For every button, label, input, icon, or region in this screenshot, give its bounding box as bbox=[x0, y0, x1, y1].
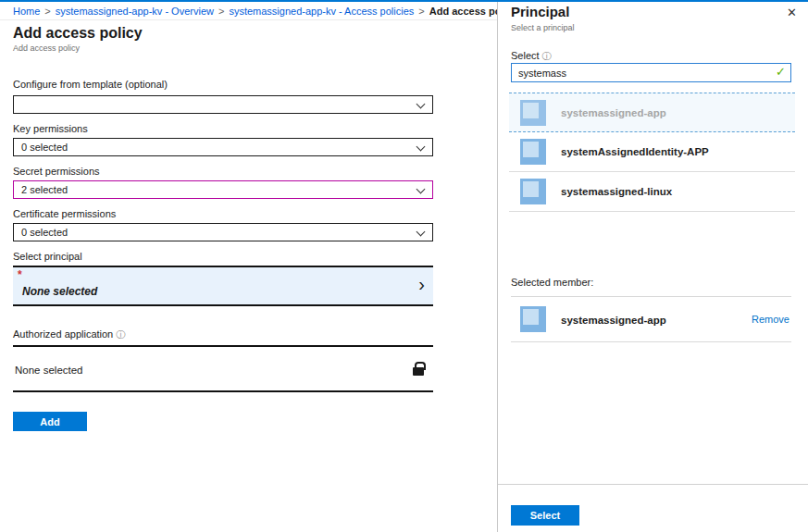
page-subtitle: Add access policy bbox=[13, 43, 80, 53]
page: Home > systemassigned-app-kv - Overview … bbox=[0, 0, 808, 532]
select-field-label: Selectⓘ bbox=[511, 50, 552, 63]
certificate-permissions-value: 0 selected bbox=[21, 227, 68, 238]
check-icon: ✓ bbox=[776, 65, 786, 79]
authorized-application-picker[interactable]: None selected bbox=[13, 345, 433, 392]
required-marker: * bbox=[18, 268, 22, 281]
panel-subtitle: Select a principal bbox=[511, 23, 575, 32]
principal-search-input[interactable] bbox=[511, 63, 791, 82]
principal-avatar-icon bbox=[520, 100, 546, 126]
certificate-permissions-label: Certificate permissions bbox=[13, 208, 116, 219]
close-button[interactable]: ✕ bbox=[785, 5, 799, 20]
secret-permissions-dropdown[interactable]: 2 selected bbox=[13, 180, 433, 199]
panel-title: Principal bbox=[511, 4, 569, 19]
select-principal-value: None selected bbox=[22, 285, 97, 298]
principal-avatar-icon bbox=[520, 306, 546, 332]
select-field-label-text: Select bbox=[511, 50, 540, 61]
chevron-down-icon bbox=[416, 142, 426, 152]
lock-icon bbox=[413, 367, 424, 376]
breadcrumb-link-home[interactable]: Home bbox=[13, 6, 40, 17]
key-permissions-dropdown[interactable]: 0 selected bbox=[13, 138, 433, 156]
selected-member-row: systemassigned-app Remove bbox=[511, 296, 791, 342]
result-item-systemassignedidentity-app[interactable]: systemAssignedIdentity-APP bbox=[509, 132, 795, 172]
principal-avatar-icon bbox=[520, 139, 546, 165]
breadcrumb-separator: > bbox=[418, 6, 424, 17]
add-button[interactable]: Add bbox=[13, 412, 87, 431]
chevron-down-icon bbox=[416, 185, 426, 194]
breadcrumb-current: Add access policy bbox=[429, 6, 497, 17]
remove-member-link[interactable]: Remove bbox=[752, 314, 789, 325]
select-principal-picker[interactable]: * None selected › bbox=[13, 266, 433, 306]
authorized-application-label: Authorized applicationⓘ bbox=[13, 328, 125, 341]
top-accent-bar bbox=[0, 0, 808, 2]
secret-permissions-label: Secret permissions bbox=[13, 166, 100, 177]
key-permissions-value: 0 selected bbox=[21, 142, 68, 153]
info-icon: ⓘ bbox=[542, 51, 552, 61]
secret-permissions-value: 2 selected bbox=[21, 184, 68, 195]
result-item-name: systemAssignedIdentity-APP bbox=[561, 132, 709, 172]
result-item-systemassigned-linux[interactable]: systemassigned-linux bbox=[509, 172, 795, 212]
authorized-application-label-text: Authorized application bbox=[13, 328, 113, 340]
principal-results-list: systemassigned-app systemAssignedIdentit… bbox=[498, 93, 808, 212]
template-field-label: Configure from template (optional) bbox=[13, 79, 168, 90]
key-permissions-label: Key permissions bbox=[13, 123, 88, 134]
selected-member-label: Selected member: bbox=[511, 277, 593, 288]
result-item-systemassigned-app[interactable]: systemassigned-app bbox=[509, 93, 795, 132]
add-access-policy-form: Add access policy Add access policy Conf… bbox=[0, 20, 497, 532]
result-item-name: systemassigned-app bbox=[561, 93, 666, 133]
breadcrumb-separator: > bbox=[44, 6, 50, 17]
select-button[interactable]: Select bbox=[511, 505, 579, 526]
close-icon: ✕ bbox=[787, 6, 797, 19]
authorized-application-value: None selected bbox=[15, 365, 83, 376]
principal-avatar-icon bbox=[520, 179, 546, 204]
chevron-down-icon bbox=[416, 100, 426, 109]
page-title: Add access policy bbox=[13, 25, 143, 42]
panel-footer-divider bbox=[498, 484, 808, 485]
selected-member-name: systemassigned-app bbox=[561, 297, 666, 343]
principal-search: ✓ bbox=[511, 63, 791, 82]
certificate-permissions-dropdown[interactable]: 0 selected bbox=[13, 223, 433, 241]
chevron-right-icon: › bbox=[418, 274, 425, 295]
template-dropdown[interactable] bbox=[13, 95, 433, 114]
info-icon: ⓘ bbox=[116, 329, 125, 340]
breadcrumb-link-overview[interactable]: systemassigned-app-kv - Overview bbox=[56, 6, 214, 17]
breadcrumb-link-access-policies[interactable]: systemassigned-app-kv - Access policies bbox=[229, 6, 414, 17]
breadcrumb-separator: > bbox=[218, 6, 224, 17]
breadcrumb: Home > systemassigned-app-kv - Overview … bbox=[0, 2, 497, 20]
result-item-name: systemassigned-linux bbox=[561, 172, 672, 212]
select-principal-label: Select principal bbox=[13, 251, 82, 262]
principal-panel: Principal Select a principal ✕ Selectⓘ ✓… bbox=[497, 2, 808, 532]
chevron-down-icon bbox=[416, 228, 426, 237]
